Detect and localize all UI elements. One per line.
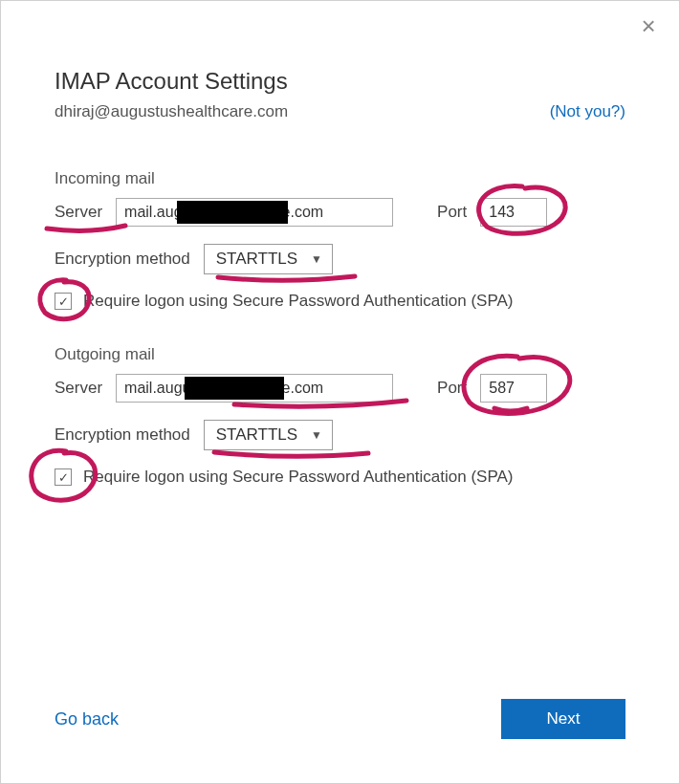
outgoing-enc-label: Encryption method [55, 425, 190, 445]
go-back-link[interactable]: Go back [55, 709, 119, 730]
outgoing-enc-value: STARTTLS [216, 425, 297, 445]
outgoing-spa-checkbox[interactable]: ✓ [55, 468, 72, 486]
incoming-enc-value: STARTTLS [216, 250, 297, 269]
account-email: dhiraj@augustushealthcare.com [55, 102, 288, 121]
outgoing-port-label: Port [437, 379, 467, 398]
outgoing-enc-select[interactable]: STARTTLS ▼ [204, 420, 333, 450]
outgoing-section-label: Outgoing mail [55, 345, 625, 364]
outgoing-server-input[interactable] [116, 374, 393, 403]
outgoing-spa-label: Require logon using Secure Password Auth… [83, 468, 514, 487]
not-you-link[interactable]: (Not you?) [550, 102, 625, 121]
incoming-port-label: Port [437, 203, 467, 222]
incoming-spa-label: Require logon using Secure Password Auth… [83, 292, 514, 311]
incoming-enc-select[interactable]: STARTTLS ▼ [204, 244, 333, 274]
incoming-spa-checkbox[interactable]: ✓ [55, 293, 72, 310]
incoming-enc-label: Encryption method [55, 250, 190, 269]
page-title: IMAP Account Settings [55, 68, 625, 95]
dialog-content: IMAP Account Settings dhiraj@augustushea… [1, 1, 679, 559]
chevron-down-icon: ▼ [311, 428, 322, 442]
next-button[interactable]: Next [501, 699, 625, 739]
outgoing-server-label: Server [55, 379, 102, 398]
incoming-port-input[interactable] [480, 198, 547, 227]
incoming-server-label: Server [55, 203, 102, 222]
incoming-section-label: Incoming mail [55, 169, 625, 188]
outgoing-port-input[interactable] [480, 374, 547, 403]
close-icon[interactable]: × [637, 16, 660, 39]
incoming-server-input[interactable] [116, 198, 393, 227]
chevron-down-icon: ▼ [311, 252, 322, 266]
